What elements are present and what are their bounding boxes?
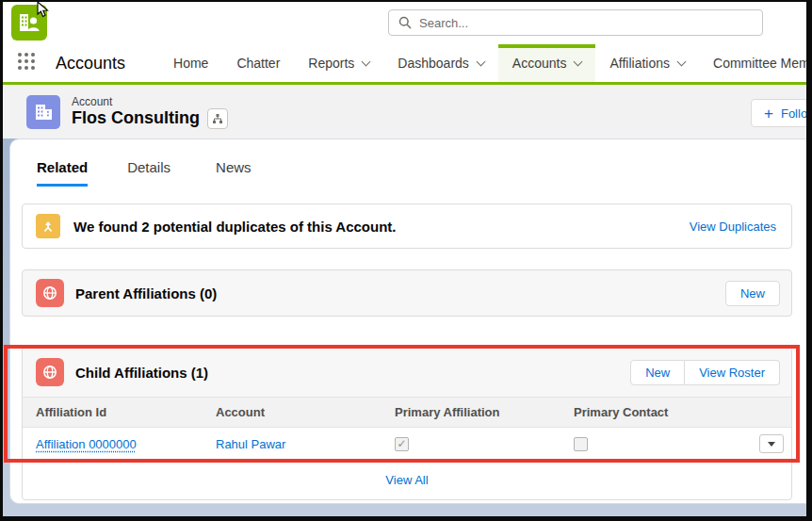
child-affiliations-footer: View All [23, 460, 791, 499]
account-icon [26, 95, 60, 129]
nav-tab-accounts[interactable]: Accounts [498, 44, 596, 82]
child-affiliations-title: Child Affiliations (1) [75, 365, 208, 381]
nav-tab-affiliations[interactable]: Affiliations [595, 44, 699, 82]
table-row: Affiliation 0000000 Rahul Pawar [23, 428, 791, 460]
col-primary-contact: Primary Contact [574, 405, 748, 419]
chevron-down-icon [574, 57, 583, 66]
nav-tab-dashboards[interactable]: Dashboards [383, 44, 498, 82]
building-icon [32, 101, 55, 123]
global-search[interactable] [388, 9, 763, 36]
child-affiliations-header: Child Affiliations (1) New View Roster [23, 348, 791, 397]
search-icon [398, 16, 412, 29]
chevron-down-icon [476, 57, 485, 66]
primary-contact-checkbox[interactable] [574, 437, 588, 451]
col-account: Account [216, 405, 395, 419]
duplicates-message: We found 2 potential duplicates of this … [73, 219, 397, 235]
record-title: Flos Consulting [72, 108, 200, 128]
affiliation-id-link[interactable]: Affiliation 0000000 [36, 437, 216, 451]
view-all-link[interactable]: View All [385, 473, 428, 487]
chevron-down-icon [362, 57, 371, 66]
duplicates-banner: We found 2 potential duplicates of this … [22, 204, 792, 249]
account-link[interactable]: Rahul Pawar [216, 437, 395, 451]
global-header [3, 2, 806, 44]
mouse-cursor-icon [37, 1, 50, 18]
search-input[interactable] [419, 16, 753, 30]
affiliation-globe-icon [36, 279, 64, 307]
col-primary-affiliation: Primary Affiliation [395, 405, 574, 419]
record-tabstrip: Related Details News [10, 139, 806, 187]
nav-tabs: Home Chatter Reports Dashboards Accounts… [159, 44, 812, 82]
tab-details[interactable]: Details [127, 159, 171, 187]
parent-affiliations-title: Parent Affiliations (0) [75, 285, 217, 301]
parent-affiliations-section: Parent Affiliations (0) New [22, 269, 792, 317]
nav-bar: Accounts Home Chatter Reports Dashboards… [3, 44, 806, 85]
main-area: Related Details News We found 2 potentia… [3, 138, 806, 516]
row-actions-button[interactable] [759, 434, 784, 453]
hierarchy-button[interactable] [207, 108, 228, 129]
nav-tab-chatter[interactable]: Chatter [222, 44, 294, 82]
app-name: Accounts [56, 54, 125, 73]
tab-news[interactable]: News [216, 159, 252, 187]
affiliation-globe-icon [36, 358, 64, 386]
table-header-row: Affiliation Id Account Primary Affiliati… [23, 397, 791, 428]
record-meta: Account Flos Consulting [72, 95, 228, 129]
nav-tab-reports[interactable]: Reports [294, 44, 383, 82]
app-window: Accounts Home Chatter Reports Dashboards… [0, 0, 812, 521]
nav-tab-home[interactable]: Home [159, 44, 222, 82]
caret-down-icon [768, 442, 775, 447]
nav-tab-committee-membership[interactable]: Committee Membership [699, 44, 812, 82]
primary-affiliation-checkbox[interactable] [395, 437, 409, 451]
plus-icon: + [764, 106, 773, 122]
app-launcher-icon[interactable] [18, 53, 35, 73]
merge-duplicates-icon [36, 214, 60, 238]
child-new-button[interactable]: New [630, 360, 685, 385]
entity-label: Account [72, 95, 228, 108]
record-card: Related Details News We found 2 potentia… [9, 138, 806, 504]
tab-related[interactable]: Related [37, 159, 88, 187]
follow-button[interactable]: + Follow [751, 99, 812, 127]
parent-new-button[interactable]: New [725, 281, 780, 306]
hierarchy-icon [212, 113, 223, 124]
view-roster-button[interactable]: View Roster [685, 360, 780, 385]
record-header: Account Flos Consulting + Follow [3, 85, 806, 138]
chevron-down-icon [677, 57, 687, 66]
view-duplicates-link[interactable]: View Duplicates [690, 220, 776, 234]
col-affiliation-id: Affiliation Id [36, 405, 216, 419]
child-affiliations-section: Child Affiliations (1) New View Roster A… [22, 347, 792, 500]
